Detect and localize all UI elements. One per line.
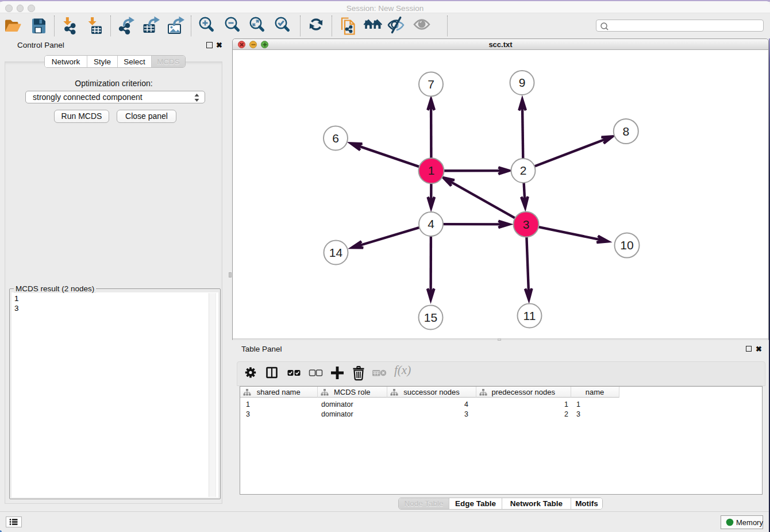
- svg-text:8: 8: [622, 125, 629, 138]
- svg-text:6: 6: [332, 132, 339, 145]
- svg-text:1: 1: [428, 164, 435, 177]
- svg-text:3: 3: [523, 218, 530, 231]
- svg-text:2: 2: [520, 164, 527, 177]
- svg-text:7: 7: [428, 78, 434, 91]
- svg-text:14: 14: [329, 246, 343, 259]
- svg-text:15: 15: [424, 311, 437, 324]
- svg-text:11: 11: [523, 309, 536, 322]
- svg-text:4: 4: [428, 217, 434, 230]
- svg-text:9: 9: [519, 76, 526, 89]
- svg-text:10: 10: [620, 238, 633, 252]
